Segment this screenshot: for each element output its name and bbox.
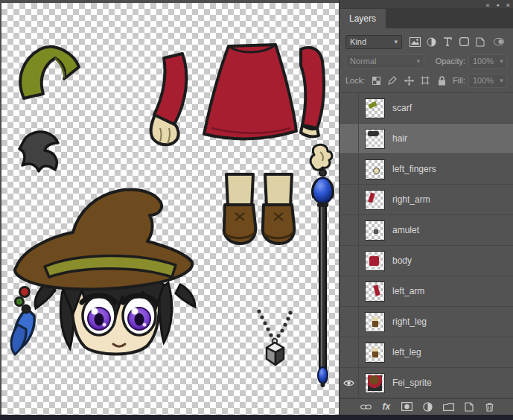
visibility-toggle[interactable]	[340, 276, 359, 306]
kind-filter-dropdown[interactable]: Kind ▾	[345, 35, 402, 49]
thumbnail-art	[366, 191, 384, 209]
chevron-down-icon: ▾	[500, 77, 503, 84]
adjustment-layer-filter-icon[interactable]	[424, 35, 439, 48]
layer-row-body[interactable]: body	[340, 246, 513, 276]
collapse-panel-icon[interactable]: «	[486, 1, 490, 9]
visibility-toggle[interactable]	[340, 93, 359, 123]
layer-row-left-arm[interactable]: left_arm	[340, 276, 513, 307]
chevron-down-icon: ▾	[394, 38, 398, 45]
blend-mode-dropdown[interactable]: Normal ▾	[345, 54, 424, 69]
layer-thumbnail[interactable]	[365, 343, 385, 363]
layer-name: Fei_sprite	[392, 378, 432, 388]
visibility-toggle[interactable]	[340, 124, 359, 153]
thumbnail-art	[366, 343, 384, 362]
layer-row-amulet[interactable]: amulet	[340, 215, 513, 246]
layer-thumbnail[interactable]	[365, 281, 385, 302]
lock-transparent-pixels-icon[interactable]	[369, 74, 383, 87]
panel-menu-icon[interactable]: ▪	[497, 1, 499, 9]
document-canvas[interactable]	[1, 3, 339, 415]
chevron-down-icon: ▾	[416, 57, 420, 65]
lock-row: Lock: Fill: 100% ▾	[345, 71, 507, 90]
layer-thumbnail[interactable]	[365, 312, 385, 332]
layer-row-left-fingers[interactable]: left_fingers	[340, 154, 513, 185]
opacity-value-dropdown[interactable]: 100% ▾	[468, 54, 507, 69]
layer-name: left_arm	[392, 286, 424, 296]
close-panel-icon[interactable]: ×	[506, 1, 510, 9]
layer-name: scarf	[392, 103, 412, 113]
thumbnail-art	[366, 160, 384, 179]
fingers-art	[310, 144, 332, 170]
thumbnail-art	[366, 313, 384, 331]
layer-row-left-leg[interactable]: left_leg	[340, 337, 513, 368]
thumbnail-art	[366, 252, 384, 270]
scarf-art	[20, 47, 79, 98]
pixel-layer-filter-icon[interactable]	[407, 35, 422, 48]
layer-name: amulet	[392, 225, 419, 235]
layer-controls: Kind ▾	[340, 28, 513, 92]
blend-row: Normal ▾ Opacity: 100% ▾	[345, 51, 507, 71]
layer-thumbnail[interactable]	[365, 190, 385, 210]
thumbnail-art	[366, 130, 384, 148]
new-layer-icon[interactable]	[462, 401, 476, 413]
type-layer-filter-icon[interactable]	[440, 35, 455, 48]
filter-row: Kind ▾	[345, 32, 507, 51]
fill-value: 100%	[473, 76, 494, 85]
blend-mode-value: Normal	[350, 57, 376, 66]
link-layers-icon[interactable]	[359, 401, 372, 413]
lock-artboard-icon[interactable]	[418, 74, 433, 87]
panel-titlebar: « ▪ ×	[340, 0, 513, 8]
left-sleeve-art	[150, 54, 186, 144]
layer-name: left_leg	[392, 347, 421, 357]
visibility-toggle[interactable]	[340, 337, 359, 367]
layer-row-right-arm[interactable]: right_arm	[340, 185, 513, 215]
layer-name: right_arm	[392, 194, 430, 205]
kind-filter-label: Kind	[350, 37, 366, 46]
delete-layer-icon[interactable]	[483, 401, 497, 413]
visibility-toggle[interactable]	[340, 185, 359, 214]
layer-row-hair[interactable]: hair	[340, 124, 513, 154]
adjustment-layer-icon[interactable]	[421, 401, 434, 413]
layer-name: left_fingers	[392, 164, 436, 174]
amulet-art	[257, 309, 292, 365]
layer-row-fei-sprite[interactable]: Fei_sprite	[340, 368, 513, 398]
layer-row-right-leg[interactable]: right_leg	[340, 307, 513, 337]
fill-label: Fill:	[453, 76, 465, 85]
layer-thumbnail[interactable]	[365, 129, 385, 149]
new-group-icon[interactable]	[442, 401, 455, 413]
character-head-art	[11, 190, 195, 354]
filter-toggle-icon[interactable]	[491, 35, 506, 48]
panel-tabbar: Layers	[340, 8, 513, 28]
layer-name: body	[392, 255, 412, 266]
body-art	[204, 45, 296, 139]
visibility-toggle[interactable]	[340, 368, 359, 398]
layer-thumbnail[interactable]	[365, 220, 385, 241]
layer-thumbnail[interactable]	[365, 373, 385, 393]
visibility-toggle[interactable]	[340, 307, 359, 337]
lock-image-pixels-icon[interactable]	[385, 74, 400, 87]
layer-thumbnail[interactable]	[365, 159, 385, 179]
layer-mask-icon[interactable]	[401, 401, 414, 413]
lock-all-icon[interactable]	[434, 74, 449, 87]
tab-layers[interactable]: Layers	[340, 9, 386, 28]
visibility-toggle[interactable]	[340, 154, 359, 184]
lock-position-icon[interactable]	[401, 74, 416, 87]
hair-tuft-art	[19, 132, 58, 171]
layer-style-icon[interactable]: fx	[380, 401, 393, 413]
layer-row-scarf[interactable]: scarf	[340, 93, 513, 124]
smart-object-filter-icon[interactable]	[473, 35, 488, 48]
visibility-toggle[interactable]	[340, 246, 359, 276]
right-leg-art	[263, 174, 295, 244]
layer-thumbnail[interactable]	[365, 251, 385, 271]
chevron-down-icon: ▾	[500, 57, 503, 65]
visibility-toggle[interactable]	[340, 215, 359, 245]
shape-layer-filter-icon[interactable]	[456, 35, 471, 48]
fill-value-dropdown[interactable]: 100% ▾	[468, 74, 507, 88]
photoshop-workspace: « ▪ × Layers Kind ▾	[0, 0, 513, 420]
layer-thumbnail[interactable]	[365, 98, 385, 118]
sprite-artwork	[1, 3, 339, 415]
right-sleeve-art	[301, 48, 324, 137]
layers-panel: « ▪ × Layers Kind ▾	[339, 0, 513, 415]
opacity-label: Opacity:	[436, 57, 465, 66]
layer-list: scarf hair left_fingers right_arm amulet	[340, 92, 513, 398]
lock-label: Lock:	[345, 76, 365, 85]
